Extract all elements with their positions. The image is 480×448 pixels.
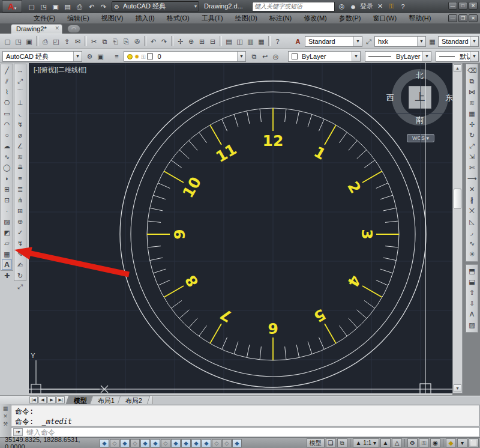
dimension-break-icon[interactable]: ⋔ [15, 195, 25, 205]
design-center-icon[interactable]: ◫ [235, 36, 245, 46]
grid-display-toggle[interactable]: ◆ [120, 439, 130, 447]
offset-icon[interactable]: ≋ [467, 97, 477, 107]
cut-icon[interactable]: ✂ [89, 36, 99, 46]
color-dropdown[interactable]: ByLayer ▼ [288, 51, 361, 62]
angular-dimension-icon[interactable]: ∠ [15, 141, 25, 151]
table-icon[interactable]: ▦ [2, 249, 12, 259]
previous-layer-icon[interactable]: ↩ [260, 51, 270, 61]
lineweight-display-toggle[interactable]: ◆ [202, 439, 211, 447]
break-icon[interactable]: ∦ [467, 195, 477, 205]
text-style-dropdown[interactable]: Standard ▼ [305, 36, 362, 47]
extend-icon[interactable]: ⟶ [467, 173, 477, 183]
fillet-icon[interactable]: ◞ [467, 227, 477, 237]
annotation-scale-button[interactable]: ▲ 1:1 ▾ [353, 438, 379, 447]
close-button[interactable]: ✕ [469, 2, 478, 10]
scrollbar-thumb[interactable] [454, 189, 461, 209]
command-history[interactable]: 命令: 命令: _mtedit [11, 405, 479, 426]
revision-cloud-icon[interactable]: ☁ [2, 141, 12, 151]
center-mark-icon[interactable]: ⊕ [15, 216, 25, 226]
first-tab-icon[interactable]: |◀ [29, 396, 38, 404]
wcs-menu[interactable]: WCS ▾ [407, 134, 434, 142]
stretch-icon[interactable]: ⇲ [467, 151, 477, 162]
match-properties-icon[interactable]: ✇ [132, 36, 142, 46]
quick-dimension-icon[interactable]: ≋ [15, 151, 25, 162]
quick-view-layouts-button[interactable]: ❏ [326, 438, 336, 447]
tool-palettes-icon[interactable]: ▥ [245, 36, 256, 46]
spline-icon[interactable]: ∿ [2, 151, 12, 162]
text-style-icon[interactable]: A [293, 36, 303, 46]
undo-icon[interactable]: ↶ [148, 36, 158, 46]
scroll-down-icon[interactable]: ▼ [454, 384, 461, 392]
menu-item-6[interactable]: 绘图(D) [229, 14, 263, 22]
table-style-icon[interactable]: ▦ [427, 36, 437, 46]
text-to-front-icon[interactable]: A [467, 309, 477, 319]
blend-curves-icon[interactable]: ∿ [467, 238, 477, 248]
copy-object-icon[interactable]: ⧉ [467, 76, 477, 86]
infer-constraints-toggle[interactable]: ◆ [100, 439, 109, 447]
ellipse-icon[interactable]: ◯ [2, 162, 12, 172]
save-as-icon[interactable]: ▤ [62, 1, 73, 11]
save-icon[interactable]: ▣ [50, 1, 61, 11]
match-layer-icon[interactable]: ⧉ [249, 51, 259, 61]
viewcube-east[interactable]: 东 [445, 92, 452, 103]
help-icon[interactable]: ? [272, 36, 283, 46]
dimension-style-icon[interactable]: ⤢ [364, 36, 374, 46]
menu-item-5[interactable]: 工具(T) [196, 14, 229, 22]
join-icon[interactable]: ⨉ [467, 205, 477, 216]
menu-item-7[interactable]: 标注(N) [263, 14, 298, 22]
dimension-edit-icon[interactable]: ✎ [15, 249, 25, 259]
workspace-settings-icon[interactable]: ⚙ [85, 51, 95, 61]
object-snap-toggle[interactable]: ◆ [151, 439, 160, 447]
pan-icon[interactable]: ✢ [175, 36, 185, 46]
mirror-icon[interactable]: ⋈ [467, 86, 477, 97]
hatch-to-back-icon[interactable]: ▨ [467, 319, 477, 330]
menu-item-3[interactable]: 插入(I) [129, 14, 160, 22]
open-icon[interactable]: ◳ [38, 1, 49, 11]
coordinate-readout[interactable]: 35149.8325, 18288.6531, 0.0000 [0, 436, 91, 448]
copy-icon[interactable]: ⧉ [100, 36, 110, 46]
viewport-controls[interactable]: [-][俯视][二维线框] [34, 65, 86, 74]
minimize-button[interactable]: — [448, 2, 457, 10]
menu-item-10[interactable]: 窗口(W) [367, 14, 403, 22]
menu-item-1[interactable]: 编辑(E) [61, 14, 95, 22]
dimension-style-dropdown[interactable]: hxk ▼ [374, 36, 426, 47]
vertical-scrollbar[interactable]: ▲ ▼ [452, 63, 463, 393]
viewcube-south[interactable]: 南 [416, 115, 424, 126]
sign-in-link[interactable]: 登录 [360, 2, 373, 11]
new-icon[interactable]: ▢ [2, 36, 13, 46]
paste-special-icon[interactable]: ⎘ [121, 36, 131, 46]
ordinate-dimension-icon[interactable]: ⊥ [15, 97, 25, 107]
customize-wrench-icon[interactable]: ⚒ [0, 421, 11, 427]
plot-icon[interactable]: ⎙ [40, 36, 50, 46]
workspace-dropdown[interactable]: ⚙ AutoCAD 经典 ▾ [112, 1, 199, 11]
doc-close-button[interactable]: ✕ [469, 14, 478, 22]
model-space-button[interactable]: 模型 [307, 438, 325, 447]
ellipse-arc-icon[interactable]: ◗ [2, 173, 12, 183]
jogged-linear-icon[interactable]: ↯ [15, 238, 25, 248]
zoom-window-icon[interactable]: ⊞ [197, 36, 207, 46]
radius-dimension-icon[interactable]: ◟ [15, 108, 25, 118]
exchange-apps-icon[interactable]: ✕ [376, 2, 385, 10]
circle-icon[interactable]: ○ [2, 130, 12, 140]
chamfer-icon[interactable]: ◺ [467, 216, 477, 226]
layout-tab-2[interactable]: 布局2 [118, 396, 151, 404]
close-icon[interactable]: ✕ [55, 25, 59, 31]
workspace-combo[interactable]: AutoCAD 经典 ▼ [2, 51, 82, 62]
multiline-text-icon[interactable]: A [2, 259, 12, 270]
linear-dimension-icon[interactable]: ↔ [15, 65, 25, 75]
zoom-realtime-icon[interactable]: ⊕ [186, 36, 196, 46]
polyline-icon[interactable]: ⌇ [2, 86, 12, 97]
trim-icon[interactable]: ✄ [467, 162, 477, 172]
viewcube-top-face[interactable]: 上 [409, 86, 431, 109]
help-icon[interactable]: ? [398, 3, 407, 10]
infocenter-search-input[interactable] [252, 2, 335, 11]
drawing-canvas[interactable]: [-][俯视][二维线框] 北 南 西 东 上 WCS ▾ 1234567891… [29, 63, 452, 393]
menu-item-8[interactable]: 修改(M) [298, 14, 333, 22]
viewcube-north[interactable]: 北 [416, 70, 424, 81]
command-window-grip[interactable]: ▦ ✕ ⚒ [0, 404, 11, 437]
plot-icon[interactable]: ⎙ [74, 1, 85, 11]
dimension-spacing-icon[interactable]: ≣ [15, 184, 25, 194]
paste-icon[interactable]: ⎗ [110, 36, 121, 46]
maximize-button[interactable]: □ [458, 2, 467, 10]
polar-tracking-toggle[interactable]: ◆ [140, 439, 150, 447]
